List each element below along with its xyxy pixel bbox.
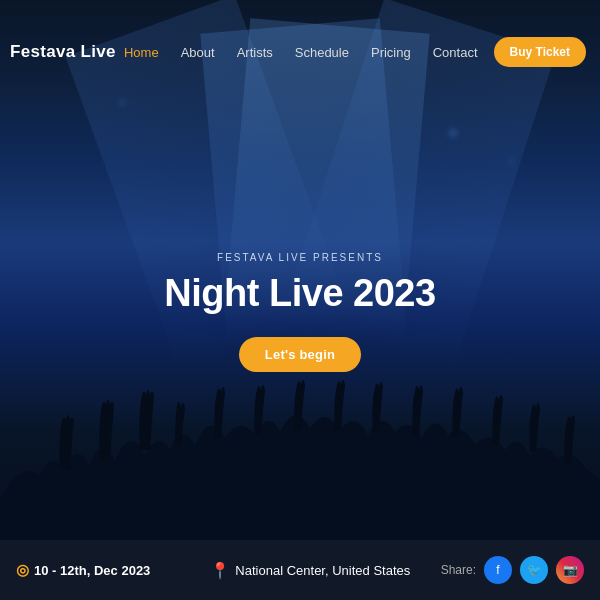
hero-title: Night Live 2023 xyxy=(130,273,470,315)
nav-links: Home About Artists Schedule Pricing Cont… xyxy=(124,45,478,60)
instagram-icon[interactable]: 📷 xyxy=(556,556,584,584)
hero-content: FESTAVA LIVE PRESENTS Night Live 2023 Le… xyxy=(130,252,470,372)
location-info: 📍 National Center, United States xyxy=(210,561,410,580)
date-info: ◎ 10 - 12th, Dec 2023 xyxy=(16,561,150,579)
glow-dot xyxy=(510,160,514,164)
share-label: Share: xyxy=(441,563,476,577)
share-section: Share: f 🐦 📷 xyxy=(441,556,584,584)
date-icon: ◎ xyxy=(16,561,29,579)
location-icon: 📍 xyxy=(210,561,230,580)
navbar: Festava Live Home About Artists Schedule… xyxy=(0,26,600,78)
presenter-label: FESTAVA LIVE PRESENTS xyxy=(130,252,470,263)
nav-home[interactable]: Home xyxy=(124,45,159,60)
nav-pricing[interactable]: Pricing xyxy=(371,45,411,60)
nav-about[interactable]: About xyxy=(181,45,215,60)
location-text: National Center, United States xyxy=(235,563,410,578)
nav-schedule[interactable]: Schedule xyxy=(295,45,349,60)
nav-artists[interactable]: Artists xyxy=(237,45,273,60)
nav-contact[interactable]: Contact xyxy=(433,45,478,60)
twitter-icon[interactable]: 🐦 xyxy=(520,556,548,584)
buy-ticket-button[interactable]: Buy Ticket xyxy=(494,37,586,67)
date-text: 10 - 12th, Dec 2023 xyxy=(34,563,150,578)
glow-dot xyxy=(120,100,125,105)
facebook-icon[interactable]: f xyxy=(484,556,512,584)
footer-bar: ◎ 10 - 12th, Dec 2023 📍 National Center,… xyxy=(0,540,600,600)
lets-begin-button[interactable]: Let's begin xyxy=(239,337,361,372)
logo[interactable]: Festava Live xyxy=(10,42,116,62)
glow-dot xyxy=(450,130,456,136)
